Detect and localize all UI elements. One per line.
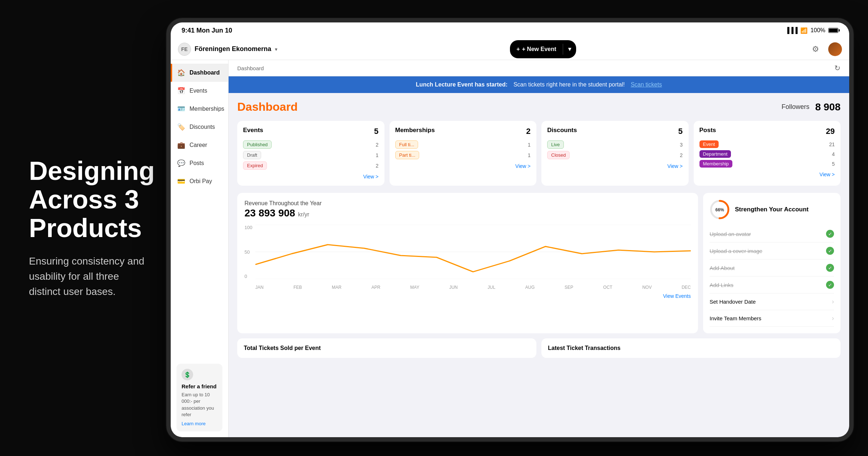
settings-button[interactable]: ⚙: [809, 42, 822, 56]
fulltime-badge: Full ti...: [395, 140, 418, 149]
bottom-sections: Total Tickets Sold per Event Latest Tick…: [237, 338, 841, 358]
month-apr: APR: [371, 285, 380, 290]
strengthen-row-about[interactable]: Add About ✓: [710, 259, 834, 276]
sidebar-label-orbipay: Orbi Pay: [190, 178, 212, 185]
parttime-count: 1: [528, 152, 531, 158]
strengthen-card: 66% Strengthen Your Account Upload an av…: [703, 193, 841, 333]
parttime-badge: Part ti...: [395, 151, 420, 159]
signal-icon: ▐▐▐: [785, 27, 797, 34]
y-label-50: 50: [244, 249, 252, 255]
refer-section: 💲 Refer a friend Earn up to 10 000:- per…: [171, 358, 228, 437]
invite-chevron-icon: ›: [832, 314, 834, 322]
new-event-main: + + New Event: [510, 46, 563, 52]
battery-icon: [828, 28, 838, 33]
status-bar: 9:41 Mon Jun 10 ▐▐▐ 📶 100%: [171, 22, 849, 38]
refresh-button[interactable]: ↻: [834, 64, 841, 72]
tickets-title: Total Tickets Sold per Event: [244, 345, 321, 351]
chart-y-labels: 100 50 0: [244, 225, 252, 279]
new-event-dropdown-icon[interactable]: ▾: [563, 46, 576, 52]
invite-row-right: ›: [832, 314, 834, 322]
events-stat-count: 5: [374, 127, 378, 136]
discounts-live-row: Live 3: [547, 140, 683, 149]
discounts-stat-rows: Live 3 Closed 2: [547, 140, 683, 159]
published-badge: Published: [243, 140, 272, 149]
posts-stat-title: Posts: [699, 127, 716, 134]
avatar-row-right: ✓: [826, 230, 834, 238]
posts-stat-rows: Event 21 Department 4 Membership 5: [699, 140, 835, 168]
discounts-stat-count: 5: [678, 127, 682, 136]
month-jan: JAN: [255, 285, 264, 290]
events-stat-card: Events 5 Published 2 Draft 1: [237, 121, 384, 186]
svg-text:66%: 66%: [715, 207, 724, 212]
sidebar-item-memberships[interactable]: 🪪 Memberships: [171, 100, 228, 118]
revenue-title: Revenue Throughout the Year: [244, 200, 691, 207]
posts-dept-row: Department 4: [699, 150, 835, 158]
followers-count: 8 908: [815, 101, 841, 113]
events-stat-rows: Published 2 Draft 1 Expired 2: [243, 140, 379, 170]
memberships-fulltime-row: Full ti... 1: [395, 140, 531, 149]
handover-chevron-icon: ›: [832, 298, 834, 305]
posts-membership-row: Membership 5: [699, 160, 835, 168]
events-stat-header: Events 5: [243, 127, 379, 136]
transactions-card: Latest Ticket Transactions: [541, 338, 841, 358]
strengthen-row-avatar[interactable]: Upload an avatar ✓: [710, 225, 834, 242]
events-icon: 📅: [177, 87, 185, 95]
left-panel: DesigningAcross 3Products Ensuring consi…: [29, 157, 166, 299]
month-may: MAY: [410, 285, 419, 290]
discounts-icon: 🏷️: [177, 123, 185, 131]
sidebar-item-discounts[interactable]: 🏷️ Discounts: [171, 118, 228, 136]
strengthen-row-cover[interactable]: Upload a cover image ✓: [710, 242, 834, 259]
tickets-card: Total Tickets Sold per Event: [237, 338, 536, 358]
cover-check-icon: ✓: [826, 247, 834, 255]
posts-event-row: Event 21: [699, 140, 835, 148]
revenue-value: 23 893 908: [244, 207, 295, 219]
refer-icon: 💲: [182, 369, 193, 380]
notif-detail: [510, 81, 511, 88]
strengthen-rows: Upload an avatar ✓ Upload a cover image …: [710, 225, 834, 327]
sidebar-item-orbipay[interactable]: 💳 Orbi Pay: [171, 172, 228, 190]
memberships-view-link[interactable]: View >: [515, 163, 531, 169]
discounts-view-link[interactable]: View >: [667, 163, 682, 169]
strengthen-row-handover[interactable]: Set Handover Date ›: [710, 294, 834, 310]
posts-view-link[interactable]: View >: [820, 172, 835, 177]
events-view-link[interactable]: View >: [363, 174, 378, 180]
orbipay-icon: 💳: [177, 177, 185, 185]
notification-banner: Lunch Lecture Event has started: Scan ti…: [229, 76, 849, 93]
sidebar-item-events[interactable]: 📅 Events: [171, 82, 228, 100]
month-jul: JUL: [488, 285, 495, 290]
strengthen-row-invite[interactable]: Invite Team Members ›: [710, 310, 834, 327]
left-title: DesigningAcross 3Products: [29, 157, 166, 243]
expired-badge: Expired: [243, 161, 267, 170]
dashboard-main: Dashboard Followers 8 908 Events 5: [229, 93, 849, 365]
sidebar-item-dashboard[interactable]: 🏠 Dashboard: [171, 64, 228, 82]
sidebar-item-posts[interactable]: 💬 Posts: [171, 154, 228, 172]
month-aug: AUG: [525, 285, 535, 290]
month-sep: SEP: [565, 285, 573, 290]
strengthen-row-links[interactable]: Add Links ✓: [710, 276, 834, 294]
events-draft-row: Draft 1: [243, 151, 379, 159]
strengthen-header: 66% Strengthen Your Account: [710, 199, 834, 220]
wifi-icon: 📶: [800, 27, 808, 34]
events-expired-row: Expired 2: [243, 161, 379, 170]
avatar[interactable]: [828, 42, 842, 56]
new-event-button[interactable]: + + New Event ▾: [510, 40, 576, 58]
memberships-stat-header: Memberships 2: [395, 127, 531, 136]
breadcrumb-bar: Dashboard ↻: [229, 60, 849, 76]
sidebar-item-career[interactable]: 💼 Career: [171, 136, 228, 154]
discounts-stat-card: Discounts 5 Live 3 Closed 2: [541, 121, 689, 186]
posts-stat-count: 29: [826, 127, 835, 136]
status-right: ▐▐▐ 📶 100%: [785, 27, 838, 34]
month-mar: MAR: [332, 285, 341, 290]
content-area: Dashboard ↻ Lunch Lecture Event has star…: [229, 60, 849, 437]
handover-row-right: ›: [832, 298, 834, 305]
revenue-unit: kr/yr: [298, 211, 309, 218]
view-events-link[interactable]: View Events: [663, 293, 691, 299]
learn-more-link[interactable]: Learn more: [182, 421, 205, 426]
notif-spacer: [627, 81, 628, 88]
progress-circle-svg: 66%: [710, 199, 730, 220]
notif-detail-text: Scan tickets right here in the student p…: [514, 81, 625, 88]
org-selector[interactable]: FE Föreningen Ekonomerna ▾: [178, 43, 277, 56]
dashboard-title: Dashboard: [237, 100, 298, 114]
events-stat-title: Events: [243, 127, 263, 134]
scan-tickets-link[interactable]: Scan tickets: [631, 81, 662, 88]
